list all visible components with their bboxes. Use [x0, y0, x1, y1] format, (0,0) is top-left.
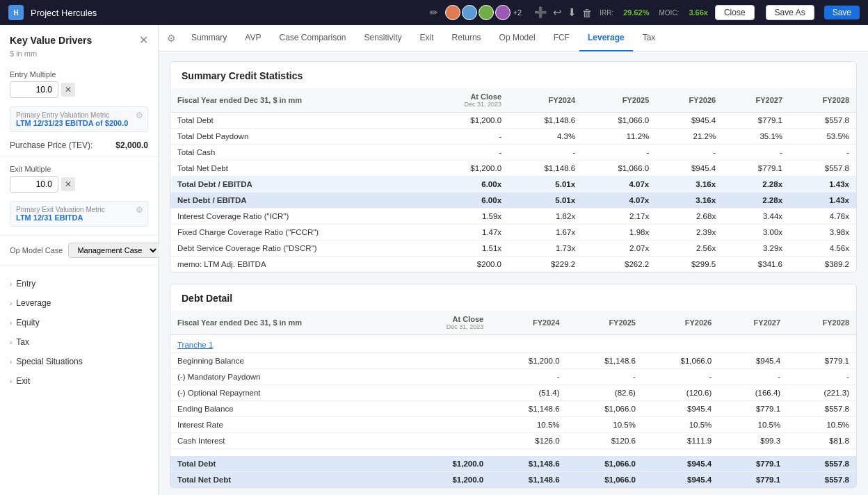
save-as-button[interactable]: Save As	[766, 5, 814, 20]
op-model-row: Op Model Case Management Case ✏	[0, 238, 158, 262]
sidebar-item-exit[interactable]: › Exit	[0, 371, 158, 391]
total-row-label: Total Net Debt	[170, 472, 404, 488]
table-row: Ending Balance	[170, 401, 404, 417]
tranche-1-label: Tranche 1	[170, 335, 856, 353]
table-cell: $1,148.6	[490, 401, 566, 417]
table-cell	[404, 417, 490, 433]
table-cell: -	[582, 145, 656, 161]
tab-case-comparison[interactable]: Case Comparison	[271, 25, 354, 51]
table-cell: 35.1%	[723, 129, 789, 145]
purchase-price-row: Purchase Price (TEV): $2,000.0	[0, 138, 158, 153]
table-row: Total Debt	[170, 113, 425, 129]
table-cell: $262.2	[582, 257, 656, 273]
table-cell: (166.4)	[718, 385, 787, 401]
total-cell: $1,148.6	[490, 472, 566, 488]
table-cell: 1.67x	[508, 225, 582, 241]
tab-sensitivity[interactable]: Sensitivity	[356, 25, 410, 51]
table-row: memo: LTM Adj. EBITDA	[170, 257, 425, 273]
table-row: Fixed Charge Coverage Ratio ("FCCR")	[170, 225, 425, 241]
primary-exit-gear-icon[interactable]: ⚙	[136, 205, 143, 215]
table-cell: $120.6	[567, 433, 643, 449]
exit-multiple-clear-button[interactable]: ✕	[61, 177, 75, 191]
tab-exit[interactable]: Exit	[412, 25, 442, 51]
undo-icon[interactable]: ↩	[553, 6, 562, 19]
debt-detail-table: Fiscal Year ended Dec 31, $ in mm At Clo…	[170, 311, 856, 487]
tab-avp[interactable]: AVP	[236, 25, 269, 51]
chevron-equity-icon: ›	[10, 319, 12, 327]
entry-multiple-clear-button[interactable]: ✕	[61, 83, 75, 97]
table-cell: $557.8	[789, 161, 856, 177]
debt-col-fy2026: FY2026	[643, 311, 718, 335]
tab-op-model[interactable]: Op Model	[491, 25, 544, 51]
table-cell: 4.07x	[582, 193, 656, 209]
save-button[interactable]: Save	[824, 6, 860, 19]
entry-multiple-input[interactable]	[10, 81, 58, 98]
op-model-select[interactable]: Management Case	[68, 243, 159, 258]
debt-col-fy2027: FY2027	[718, 311, 787, 335]
content-scroll[interactable]: Summary Credit Statistics Fiscal Year en…	[159, 51, 868, 495]
edit-title-icon[interactable]: ✏	[430, 7, 438, 18]
table-cell: $229.2	[508, 257, 582, 273]
topbar: H Project Hercules ✏ +2 ➕ ↩ ⬇ 🗑 IRR: 29.…	[0, 0, 868, 25]
delete-icon[interactable]: 🗑	[582, 7, 593, 19]
table-cell	[404, 369, 490, 385]
table-cell: $126.0	[490, 433, 566, 449]
table-cell: 2.28x	[723, 193, 789, 209]
table-cell: $200.0	[425, 257, 509, 273]
tab-summary[interactable]: Summary	[183, 25, 235, 51]
sidebar-item-leverage[interactable]: › Leverage	[0, 293, 158, 313]
sidebar-item-equity[interactable]: › Equity	[0, 313, 158, 332]
metrics-bar: IRR: 29.62% MOIC: 3.66x	[600, 8, 708, 17]
table-cell: $1,148.6	[508, 113, 582, 129]
table-cell: $779.1	[723, 113, 789, 129]
table-cell: $1,200.0	[425, 161, 509, 177]
table-cell: $945.4	[656, 161, 723, 177]
tab-tax[interactable]: Tax	[634, 25, 664, 51]
total-row-label: Total Debt	[170, 456, 404, 472]
table-cell: 4.76x	[789, 209, 856, 225]
irr-value: 29.62%	[623, 8, 649, 17]
table-cell: 2.07x	[582, 241, 656, 257]
table-cell: 6.00x	[425, 193, 509, 209]
close-button[interactable]: Close	[715, 5, 755, 20]
summary-col-fy2027: FY2027	[723, 88, 789, 113]
topbar-action-icons: ➕ ↩ ⬇ 🗑	[534, 6, 593, 19]
table-cell: $81.8	[787, 433, 856, 449]
table-cell: 1.59x	[425, 209, 509, 225]
avatar-3	[479, 5, 494, 20]
sidebar-item-special-situations[interactable]: › Special Situations	[0, 352, 158, 371]
sidebar-close-button[interactable]: ✕	[139, 33, 148, 47]
table-cell: 2.17x	[582, 209, 656, 225]
exit-multiple-input[interactable]	[10, 176, 58, 193]
table-cell: $1,200.0	[490, 353, 566, 369]
sidebar-item-entry[interactable]: › Entry	[0, 274, 158, 293]
table-cell: $779.1	[718, 401, 787, 417]
sidebar-divider-1	[0, 156, 158, 156]
table-cell: 3.00x	[723, 225, 789, 241]
primary-exit-metric-label: Primary Exit Valuation Metric	[16, 206, 142, 213]
primary-entry-gear-icon[interactable]: ⚙	[136, 111, 143, 120]
table-cell: $779.1	[723, 161, 789, 177]
tab-leverage[interactable]: Leverage	[579, 25, 633, 51]
table-cell: 10.5%	[718, 417, 787, 433]
sidebar-item-entry-label: Entry	[16, 279, 35, 289]
table-cell: $945.4	[656, 113, 723, 129]
table-cell: -	[425, 129, 509, 145]
table-cell: -	[490, 369, 566, 385]
table-cell: 3.98x	[789, 225, 856, 241]
tab-returns[interactable]: Returns	[444, 25, 490, 51]
download-icon[interactable]: ⬇	[568, 6, 577, 19]
debt-detail-section: Debt Detail Fiscal Year ended Dec 31, $ …	[170, 284, 857, 488]
tab-settings-icon[interactable]: ⚙	[167, 33, 176, 44]
total-cell: $945.4	[643, 456, 718, 472]
table-cell: $99.3	[718, 433, 787, 449]
summary-col-fy2028: FY2028	[789, 88, 856, 113]
summary-credit-table: Fiscal Year ended Dec 31, $ in mm At Clo…	[170, 88, 856, 272]
add-user-icon[interactable]: ➕	[534, 6, 547, 19]
table-cell: $945.4	[643, 401, 718, 417]
sidebar-item-tax[interactable]: › Tax	[0, 332, 158, 352]
avatar-1	[445, 5, 460, 20]
table-cell: 2.68x	[656, 209, 723, 225]
tab-fcf[interactable]: FCF	[545, 25, 578, 51]
debt-col-fy2028: FY2028	[787, 311, 856, 335]
